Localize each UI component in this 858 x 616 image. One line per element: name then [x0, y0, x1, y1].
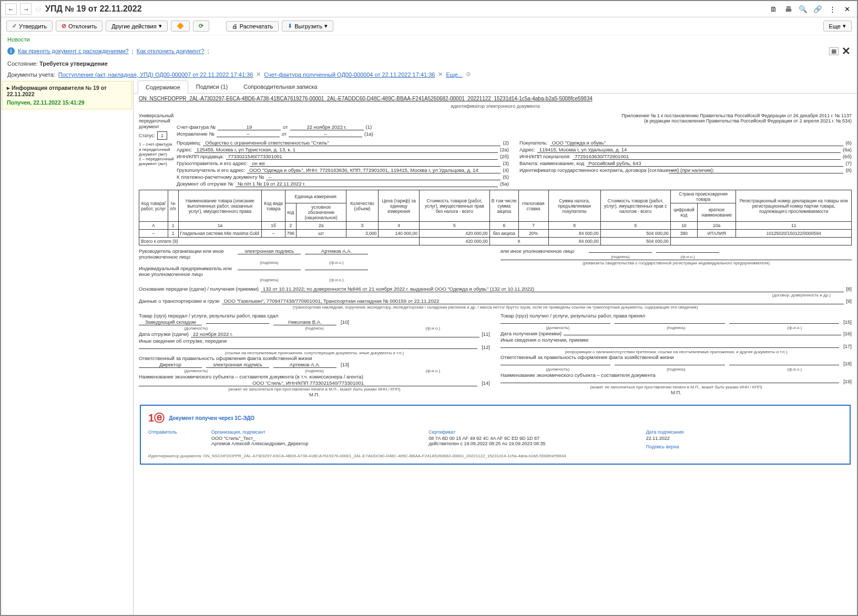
doc-close-2[interactable]: ✕ — [438, 71, 443, 78]
gear-icon[interactable]: ⚙ — [466, 71, 471, 78]
news-link[interactable]: Новости — [7, 36, 30, 43]
window-title: УПД № 19 от 22.11.2022 — [45, 4, 764, 14]
panel-toggle-icon[interactable]: ▦ — [829, 47, 839, 55]
save-icon[interactable]: 🗎 — [768, 3, 779, 15]
doc-close-1[interactable]: ✕ — [256, 71, 261, 78]
print-icon[interactable]: 🖶 — [782, 3, 794, 15]
document-id: ON_NSCHFDOPPR_2AL-A7303297-E6CA-4BD6-A73… — [134, 94, 857, 104]
link-icon[interactable]: 🔗 — [812, 3, 823, 15]
nav-forward[interactable]: → — [20, 3, 32, 15]
doc-link-1[interactable]: Поступление (акт, накладная, УПД) ОД00-0… — [58, 71, 253, 78]
tabs: Содержимое Подписи (1) Сопроводительная … — [134, 80, 857, 94]
other-actions-button[interactable]: Другие действия ▾ — [106, 20, 167, 32]
hierarchy-button[interactable]: 🔶 — [171, 20, 190, 32]
content: Содержимое Подписи (1) Сопроводительная … — [134, 80, 857, 615]
docs-line: Документы учета: Поступление (акт, накла… — [1, 69, 857, 80]
1c-logo-icon: 1ⓔ — [148, 411, 165, 425]
more-button[interactable]: Еще ▾ — [823, 20, 852, 32]
titlebar: ← → ☆ УПД № 19 от 22.11.2022 🗎 🖶 🔍 🔗 ⋮ ✕ — [1, 1, 857, 17]
refresh-button[interactable]: ⟳ — [193, 20, 209, 32]
export-button[interactable]: Выгрузить ▾ — [282, 20, 333, 32]
print-button[interactable]: Распечатать — [226, 21, 279, 32]
tab-cover-note[interactable]: Сопроводительная записка — [236, 80, 325, 93]
sidebar: ▸ Информация отправителя № 19 от 22.11.2… — [1, 80, 134, 615]
help-link-2[interactable]: Как отклонить документ? — [137, 48, 205, 54]
close-icon[interactable]: ✕ — [841, 3, 853, 15]
items-table: Код товара/ работ, услуг№ п/п Наименован… — [139, 190, 852, 245]
help-link-1[interactable]: Как принять документ с расхождениями? — [18, 48, 129, 54]
info-icon: i — [7, 47, 15, 55]
zoom-icon[interactable]: 🔍 — [797, 3, 809, 15]
tab-signatures[interactable]: Подписи (1) — [188, 80, 236, 93]
edo-box: 1ⓔДокумент получен через 1С-ЭДО Отправит… — [140, 405, 851, 465]
menu-icon[interactable]: ⋮ — [826, 3, 838, 15]
table-row: --1Гладильная система Mie maxima Gold --… — [139, 230, 852, 238]
doc-link-2[interactable]: Счет-фактура полученный ОД00-000004 от 2… — [264, 71, 435, 78]
sender-info[interactable]: ▸ Информация отправителя № 19 от 22.11.2… — [2, 81, 132, 109]
approve-button[interactable]: Утвердить — [6, 20, 53, 32]
tab-content[interactable]: Содержимое — [138, 80, 188, 94]
favorite-icon[interactable]: ☆ — [35, 4, 42, 14]
state-line: Состояние: Требуется утверждение — [1, 58, 857, 69]
help-close[interactable]: ✕ — [842, 45, 851, 57]
nav-back[interactable]: ← — [5, 3, 17, 15]
reject-button[interactable]: Отклонить — [56, 20, 103, 32]
docs-more[interactable]: Еще... — [446, 71, 463, 78]
upd-type-box: Универсальный передаточный документ — [139, 113, 175, 129]
status-value: 1 — [157, 131, 167, 140]
toolbar: Утвердить Отклонить Другие действия ▾ 🔶 … — [1, 17, 857, 35]
